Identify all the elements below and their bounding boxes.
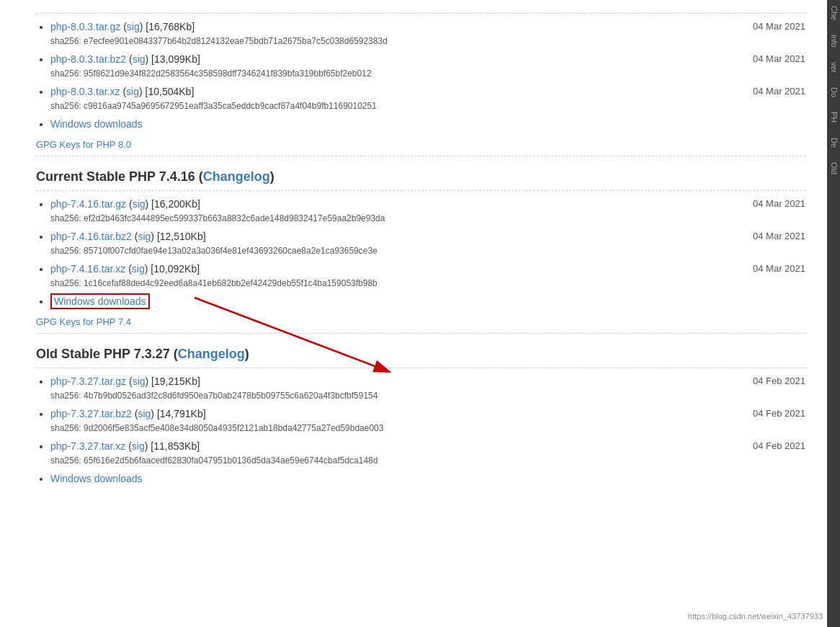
php803-tar-xz-link[interactable]: php-8.0.3.tar.xz xyxy=(50,86,120,97)
sidebar-item-che: Che xyxy=(828,6,839,20)
php7416-tar-gz-sig-link[interactable]: sig xyxy=(133,198,146,210)
php7327-tar-gz-size: 19,215Kb xyxy=(154,375,197,387)
list-item: php-7.4.16.tar.xz (sig) [10,092Kb] 04 Ma… xyxy=(50,262,805,290)
php7416-tar-xz-link[interactable]: php-7.4.16.tar.xz xyxy=(50,263,125,275)
php7416-tar-bz2-sig-link[interactable]: sig xyxy=(138,231,151,242)
php803-tar-gz-size: 16,768Kb xyxy=(148,21,192,32)
php7327-tar-xz-link[interactable]: php-7.3.27.tar.xz xyxy=(50,440,125,452)
php7327-tar-gz-sig-link[interactable]: sig xyxy=(133,375,146,387)
php7416-tar-bz2-sha: sha256: 85710f007cfd0fae94e13a02a3a036f4… xyxy=(50,244,805,257)
sidebar-item-de: De xyxy=(828,138,839,148)
list-item: php-7.4.16.tar.bz2 (sig) [12,510Kb] 04 M… xyxy=(50,229,805,257)
php803-tar-xz-sig-link[interactable]: sig xyxy=(126,86,139,97)
list-item: php-8.0.3.tar.bz2 (sig) [13,099Kb] 04 Ma… xyxy=(50,52,805,80)
php74-windows-item: Windows downloads xyxy=(50,294,805,309)
php803-tar-bz2-link[interactable]: php-8.0.3.tar.bz2 xyxy=(50,53,126,65)
php803-tar-xz-size: 10,504Kb xyxy=(148,86,191,97)
php73-windows-item: Windows downloads xyxy=(50,471,805,486)
php7327-tar-gz-link[interactable]: php-7.3.27.tar.gz xyxy=(50,375,126,387)
php7416-tar-bz2-link[interactable]: php-7.4.16.tar.bz2 xyxy=(50,231,132,242)
php7327-tar-bz2-size: 14,791Kb xyxy=(160,408,203,419)
php7416-tar-xz-size: 10,092Kb xyxy=(153,263,197,275)
list-item: php-7.3.27.tar.bz2 (sig) [14,791Kb] 04 F… xyxy=(50,406,805,435)
php7327-tar-bz2-link[interactable]: php-7.3.27.tar.bz2 xyxy=(50,408,132,419)
php803-tar-bz2-sha: sha256: 95f8621d9e34f822d2583564c358598d… xyxy=(50,67,805,80)
php7416-tar-xz-sha: sha256: 1c16cefaf88ded4c92eed6a8a41eb682… xyxy=(50,277,805,290)
main-content: php-8.0.3.tar.gz (sig) [16,768Kb] 04 Mar… xyxy=(0,0,827,627)
php7327-tar-gz-sha: sha256: 4b7b9bd0526ad3f2c8d6fd950ea7b0ab… xyxy=(50,389,805,402)
php7416-tar-xz-sig-link[interactable]: sig xyxy=(132,263,145,275)
php7416-tar-bz2-date: 04 Mar 2021 xyxy=(753,229,805,244)
sidebar-item-old: Old xyxy=(828,162,839,174)
sidebar: Che info ver Do PH De Old xyxy=(827,0,840,627)
php7327-tar-xz-date: 04 Feb 2021 xyxy=(753,439,805,453)
php74-windows-link[interactable]: Windows downloads xyxy=(54,295,146,307)
php7416-tar-xz-date: 04 Mar 2021 xyxy=(753,262,805,276)
php803-tar-gz-sha: sha256: e7ecfee901e0843377b64b2d8124132e… xyxy=(50,35,805,48)
php7327-tar-bz2-sha: sha256: 9d2006f5e835acf5e408e34d8050a493… xyxy=(50,422,805,435)
list-item: php-7.3.27.tar.gz (sig) [19,215Kb] 04 Fe… xyxy=(50,374,805,402)
php7327-tar-xz-sha: sha256: 65f616e2d5b6faacedf62830fa047951… xyxy=(50,454,805,467)
php803-tar-gz-link[interactable]: php-8.0.3.tar.gz xyxy=(50,21,120,32)
php73-section-title: Old Stable PHP 7.3.27 (Changelog) xyxy=(36,347,805,362)
php7327-tar-bz2-date: 04 Feb 2021 xyxy=(753,406,805,421)
php7416-tar-gz-link[interactable]: php-7.4.16.tar.gz xyxy=(50,198,126,210)
php80-file-list: php-8.0.3.tar.gz (sig) [16,768Kb] 04 Mar… xyxy=(36,19,805,132)
sidebar-item-info: info xyxy=(828,35,839,48)
php803-tar-xz-date: 04 Mar 2021 xyxy=(753,84,805,99)
php803-tar-xz-sha: sha256: c9816aa9745a9695672951eaff3a35ca… xyxy=(50,99,805,112)
php7416-tar-gz-size: 16,200Kb xyxy=(154,198,197,210)
php7416-tar-gz-date: 04 Mar 2021 xyxy=(753,197,805,211)
php7416-tar-gz-sha: sha256: ef2d2b463fc3444895ec599337b663a8… xyxy=(50,212,805,225)
php803-tar-bz2-date: 04 Mar 2021 xyxy=(753,52,805,66)
list-item: php-8.0.3.tar.xz (sig) [10,504Kb] 04 Mar… xyxy=(50,84,805,112)
php7416-tar-bz2-size: 12,510Kb xyxy=(160,231,203,242)
url-watermark: https://blog.csdn.net/weixin_43737933 xyxy=(685,611,826,621)
php803-tar-gz-date: 04 Mar 2021 xyxy=(753,19,805,34)
php7327-tar-xz-sig-link[interactable]: sig xyxy=(132,440,145,452)
php73-file-list: php-7.3.27.tar.gz (sig) [19,215Kb] 04 Fe… xyxy=(36,374,805,486)
php803-tar-bz2-sig-link[interactable]: sig xyxy=(133,53,146,65)
php7327-tar-xz-size: 11,853Kb xyxy=(153,440,197,452)
php803-tar-bz2-size: 13,099Kb xyxy=(154,53,197,65)
php7327-tar-bz2-sig-link[interactable]: sig xyxy=(138,408,151,419)
php74-section-title: Current Stable PHP 7.4.16 (Changelog) xyxy=(36,169,805,184)
php80-windows-item: Windows downloads xyxy=(50,117,805,132)
list-item: php-7.3.27.tar.xz (sig) [11,853Kb] 04 Fe… xyxy=(50,439,805,467)
list-item: php-8.0.3.tar.gz (sig) [16,768Kb] 04 Mar… xyxy=(50,19,805,48)
php74-changelog-link[interactable]: Changelog xyxy=(203,169,270,184)
php73-changelog-link[interactable]: Changelog xyxy=(178,347,245,361)
list-item: php-7.4.16.tar.gz (sig) [16,200Kb] 04 Ma… xyxy=(50,197,805,225)
php74-gpg-link[interactable]: GPG Keys for PHP 7.4 xyxy=(36,316,805,327)
sidebar-item-ph: PH xyxy=(828,112,839,123)
sidebar-item-ver: ver xyxy=(828,62,839,73)
php74-file-list: php-7.4.16.tar.gz (sig) [16,200Kb] 04 Ma… xyxy=(36,197,805,309)
php80-windows-link[interactable]: Windows downloads xyxy=(50,118,143,130)
php7327-tar-gz-date: 04 Feb 2021 xyxy=(753,374,805,388)
php80-gpg-link[interactable]: GPG Keys for PHP 8.0 xyxy=(36,139,805,150)
php803-tar-gz-sig-link[interactable]: sig xyxy=(127,21,140,32)
sidebar-item-do: Do xyxy=(828,87,839,97)
php73-windows-link[interactable]: Windows downloads xyxy=(50,473,143,484)
